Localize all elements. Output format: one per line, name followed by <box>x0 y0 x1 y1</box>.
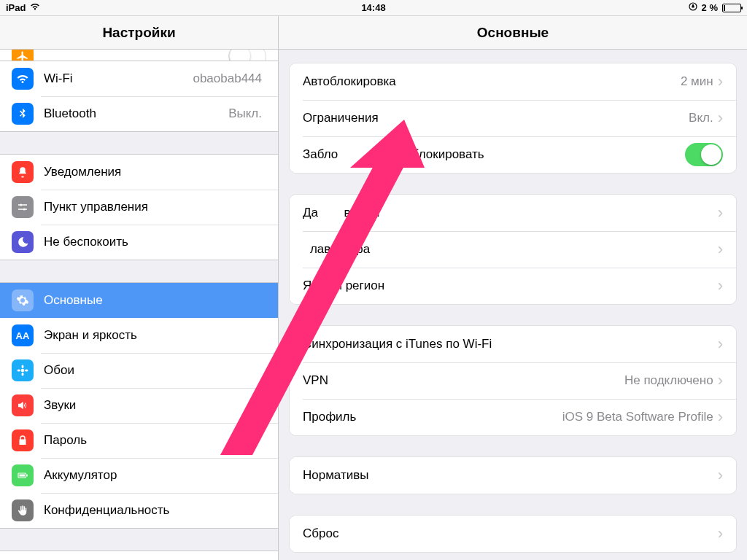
row-label: Дата и время <box>303 206 718 220</box>
chevron-right-icon: › <box>718 467 723 483</box>
bluetooth-icon <box>12 103 34 125</box>
svg-rect-9 <box>26 475 28 477</box>
sidebar-item-label: Конфиденциальность <box>44 503 266 518</box>
bell-icon <box>12 161 34 183</box>
sidebar-item-label: Пароль <box>44 433 266 448</box>
sidebar-item-label: Основные <box>44 293 266 308</box>
sidebar-item-label: Экран и яркость <box>44 328 266 343</box>
row-keyboard[interactable]: Клавиатура › <box>290 231 736 268</box>
sidebar-item-label: Обои <box>44 363 266 378</box>
chevron-right-icon: › <box>718 74 723 90</box>
sidebar-item-dnd[interactable]: Не беспокоить <box>0 225 278 260</box>
status-bar: iPad 14:48 2 % <box>0 0 747 16</box>
sidebar-item-general[interactable]: Основные <box>0 283 278 318</box>
row-label: Сброс <box>303 526 718 541</box>
sidebar-item-controlcenter[interactable]: Пункт управления <box>0 190 278 225</box>
gear-icon <box>12 289 34 311</box>
row-value: 2 мин <box>681 74 713 89</box>
chevron-right-icon: › <box>718 205 723 221</box>
row-vpn[interactable]: VPN Не подключено › <box>290 362 736 399</box>
svg-point-7 <box>25 370 28 372</box>
row-label: Клавиатура <box>303 242 718 257</box>
row-label: Ограничения <box>303 111 689 125</box>
row-reset[interactable]: Сброс › <box>290 516 736 552</box>
row-value: iOS 9 Beta Software Profile <box>562 410 713 424</box>
airplane-icon <box>12 50 34 61</box>
wifi-settings-icon <box>12 68 34 90</box>
row-label: Заблокировать/разблокировать <box>303 147 685 162</box>
device-label: iPad <box>6 2 26 13</box>
moon-icon <box>12 231 34 253</box>
battery-settings-icon <box>12 464 34 486</box>
row-label: Профиль <box>303 410 562 424</box>
sidebar-item-battery[interactable]: Аккумулятор <box>0 458 278 493</box>
svg-point-1 <box>20 204 22 206</box>
detail-title: Основные <box>279 16 747 50</box>
lock-icon <box>12 429 34 451</box>
sidebar-item-label: Уведомления <box>44 165 266 179</box>
row-restrictions[interactable]: Ограничения Вкл. › <box>290 100 736 136</box>
row-value: Не подключено <box>624 373 713 388</box>
chevron-right-icon: › <box>718 241 723 257</box>
svg-point-6 <box>18 370 21 372</box>
svg-point-2 <box>23 209 26 211</box>
lock-unlock-toggle[interactable] <box>685 143 723 166</box>
airplane-toggle[interactable] <box>228 50 266 61</box>
sidebar-item-privacy[interactable]: Конфиденциальность <box>0 493 278 528</box>
wifi-value: obaobab444 <box>193 71 262 86</box>
row-regulatory[interactable]: Нормативы › <box>290 457 736 494</box>
text-size-icon: AA <box>12 324 34 346</box>
speaker-icon <box>12 394 34 416</box>
sidebar-title: Настройки <box>0 16 278 50</box>
sidebar-item-label: Пункт управления <box>44 200 266 214</box>
settings-sidebar: Настройки Wi-Fi <box>0 16 279 560</box>
row-label: Нормативы <box>303 468 718 483</box>
sidebar-item-label: Не беспокоить <box>44 235 266 249</box>
row-datetime[interactable]: Дата и время › <box>290 195 736 231</box>
chevron-right-icon: › <box>718 110 723 126</box>
row-label: Синхронизация с iTunes по Wi-Fi <box>303 337 718 351</box>
sidebar-item-icloud[interactable]: iCloud <box>0 551 278 560</box>
row-itunes-wifi-sync[interactable]: Синхронизация с iTunes по Wi-Fi › <box>290 326 736 362</box>
sidebar-item-airplane[interactable] <box>0 50 278 61</box>
row-label: Язык и регион <box>303 279 718 293</box>
orientation-lock-icon <box>689 2 697 13</box>
battery-percent: 2 % <box>702 2 718 13</box>
row-value: Вкл. <box>689 111 713 125</box>
svg-point-3 <box>21 369 25 373</box>
sidebar-item-wallpaper[interactable]: Обои <box>0 353 278 388</box>
battery-icon <box>722 4 741 12</box>
sidebar-item-sounds[interactable]: Звуки <box>0 388 278 423</box>
sidebar-item-label: Wi-Fi <box>44 71 193 86</box>
wifi-icon <box>30 2 40 13</box>
sidebar-item-bluetooth[interactable]: Bluetooth Выкл. <box>0 96 278 131</box>
sidebar-item-passcode[interactable]: Пароль <box>0 423 278 458</box>
detail-scroll[interactable]: Автоблокировка 2 мин › Ограничения Вкл. … <box>279 50 747 560</box>
sidebar-item-notifications[interactable]: Уведомления <box>0 155 278 190</box>
hand-icon <box>12 499 34 521</box>
detail-pane: Основные Автоблокировка 2 мин › Ограниче… <box>279 16 747 560</box>
svg-point-5 <box>22 373 24 376</box>
chevron-right-icon: › <box>718 336 723 352</box>
chevron-right-icon: › <box>718 278 723 294</box>
bluetooth-value: Выкл. <box>228 106 262 121</box>
sidebar-item-label: Bluetooth <box>44 106 228 121</box>
svg-point-4 <box>22 365 24 369</box>
row-lock-unlock[interactable]: Заблокировать/разблокировать <box>290 136 736 173</box>
sidebar-item-label: Звуки <box>44 398 266 413</box>
sliders-icon <box>12 196 34 218</box>
row-profile[interactable]: Профиль iOS 9 Beta Software Profile › <box>290 399 736 435</box>
row-label: Автоблокировка <box>303 74 681 89</box>
sidebar-item-display[interactable]: AA Экран и яркость <box>0 318 278 353</box>
chevron-right-icon: › <box>718 373 723 389</box>
svg-rect-10 <box>20 475 26 477</box>
clock: 14:48 <box>361 2 385 13</box>
sidebar-scroll[interactable]: Wi-Fi obaobab444 Bluetooth Выкл. <box>0 50 278 560</box>
flower-icon <box>12 359 34 381</box>
row-label: VPN <box>303 373 624 388</box>
chevron-right-icon: › <box>718 409 723 425</box>
row-language-region[interactable]: Язык и регион › <box>290 268 736 304</box>
sidebar-item-wifi[interactable]: Wi-Fi obaobab444 <box>0 61 278 96</box>
row-autolock[interactable]: Автоблокировка 2 мин › <box>290 63 736 100</box>
chevron-right-icon: › <box>718 526 723 542</box>
